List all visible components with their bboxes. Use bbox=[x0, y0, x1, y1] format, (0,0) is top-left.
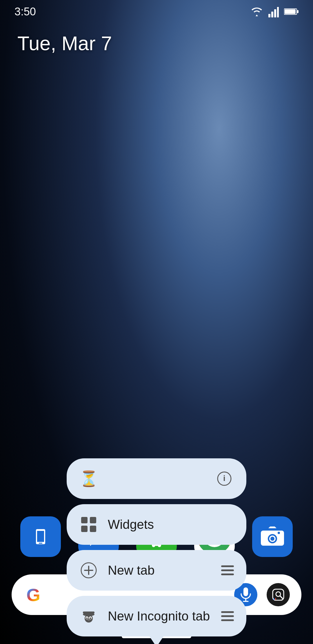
svg-rect-2 bbox=[274, 9, 276, 17]
svg-rect-11 bbox=[81, 526, 88, 532]
wifi-icon bbox=[250, 6, 263, 17]
info-icon[interactable]: i bbox=[214, 468, 235, 489]
signal-icon bbox=[268, 6, 279, 17]
widgets-label: Widgets bbox=[108, 517, 235, 532]
dock-camera[interactable] bbox=[252, 516, 293, 557]
svg-rect-12 bbox=[90, 526, 96, 532]
svg-point-24 bbox=[88, 619, 90, 621]
svg-text:i: i bbox=[223, 474, 225, 483]
menu-item-widgets[interactable]: Widgets bbox=[67, 504, 246, 545]
svg-rect-3 bbox=[277, 7, 279, 17]
menu-item-new-incognito-tab[interactable]: New Incognito tab bbox=[67, 596, 246, 636]
dock-phone[interactable] bbox=[20, 516, 61, 557]
new-tab-icon bbox=[78, 560, 99, 581]
widgets-icon bbox=[78, 514, 99, 535]
svg-rect-18 bbox=[83, 612, 94, 614]
context-menu: ⏳ i Widgets New tab bbox=[67, 458, 246, 636]
svg-rect-10 bbox=[90, 517, 96, 523]
date-label: Tue, Mar 7 bbox=[17, 32, 112, 55]
incognito-icon bbox=[78, 606, 99, 627]
svg-rect-5 bbox=[285, 9, 296, 14]
svg-rect-0 bbox=[268, 14, 270, 17]
svg-point-23 bbox=[90, 618, 91, 619]
svg-rect-9 bbox=[81, 517, 88, 523]
menu-item-app-info[interactable]: ⏳ i bbox=[67, 458, 246, 499]
svg-point-44 bbox=[278, 532, 280, 534]
svg-point-43 bbox=[270, 537, 274, 541]
status-time: 3:50 bbox=[14, 6, 36, 18]
battery-icon bbox=[284, 8, 299, 16]
google-lens-button[interactable] bbox=[267, 583, 290, 606]
svg-point-22 bbox=[86, 618, 88, 619]
hourglass-icon: ⏳ bbox=[78, 468, 99, 489]
new-incognito-tab-label: New Incognito tab bbox=[108, 609, 220, 623]
status-icons bbox=[250, 6, 299, 17]
incognito-tab-drag-handle bbox=[220, 611, 235, 621]
status-bar: 3:50 bbox=[0, 0, 313, 23]
google-logo: G bbox=[23, 585, 43, 605]
svg-line-50 bbox=[280, 596, 283, 598]
svg-rect-1 bbox=[271, 12, 273, 17]
new-tab-drag-handle bbox=[220, 565, 235, 575]
new-tab-label: New tab bbox=[108, 563, 220, 578]
svg-rect-6 bbox=[297, 10, 299, 13]
menu-item-new-tab[interactable]: New tab bbox=[67, 550, 246, 591]
